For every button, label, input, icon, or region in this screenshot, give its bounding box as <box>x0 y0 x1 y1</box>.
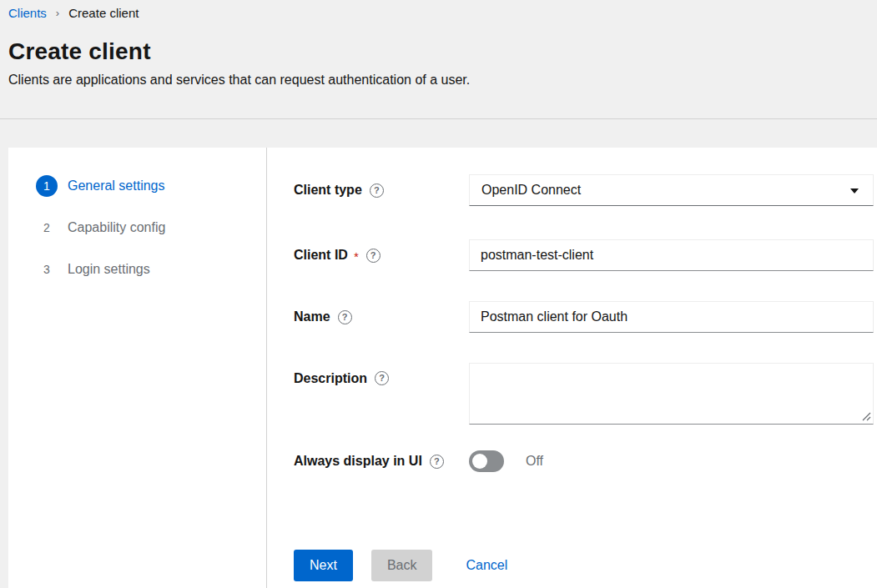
client-type-select[interactable]: OpenID Connect <box>469 174 874 206</box>
form-row-client-id: Client ID * ? <box>294 239 874 271</box>
wizard-step-general-settings[interactable]: 1 General settings <box>36 175 266 197</box>
always-display-control: Off <box>469 450 874 472</box>
always-display-label: Always display in UI <box>294 454 422 469</box>
step-number-badge: 1 <box>36 175 58 197</box>
next-button[interactable]: Next <box>294 550 353 581</box>
client-type-selected-value: OpenID Connect <box>481 183 581 198</box>
description-help-icon[interactable]: ? <box>375 371 389 385</box>
always-display-label-group: Always display in UI ? <box>294 450 469 472</box>
wizard-nav: 1 General settings 2 Capability config 3… <box>8 148 267 588</box>
client-type-label-group: Client type ? <box>294 174 469 206</box>
client-type-label: Client type <box>294 183 362 198</box>
form-row-client-type: Client type ? OpenID Connect <box>294 174 874 206</box>
name-input[interactable] <box>469 301 874 333</box>
required-asterisk: * <box>354 249 359 264</box>
create-client-wizard: 1 General settings 2 Capability config 3… <box>8 148 877 588</box>
client-type-control: OpenID Connect <box>469 174 874 206</box>
description-control <box>469 363 874 425</box>
always-display-help-icon[interactable]: ? <box>430 455 444 469</box>
description-textarea-wrap <box>469 363 874 425</box>
page-title: Create client <box>8 38 869 65</box>
client-id-label: Client ID <box>294 248 348 263</box>
name-label: Name <box>294 309 330 324</box>
name-control <box>469 301 874 333</box>
name-help-icon[interactable]: ? <box>338 310 352 324</box>
client-id-label-group: Client ID * ? <box>294 239 469 271</box>
form-row-description: Description ? <box>294 363 874 425</box>
page-header: Clients › Create client Create client Cl… <box>0 0 877 119</box>
caret-down-icon <box>850 188 859 193</box>
toggle-state-label: Off <box>526 454 543 469</box>
breadcrumb-current: Create client <box>68 6 139 20</box>
breadcrumb-separator-icon: › <box>56 8 59 18</box>
wizard-footer: Next Back Cancel <box>294 550 874 581</box>
form-row-name: Name ? <box>294 301 874 333</box>
description-textarea[interactable] <box>469 363 874 425</box>
description-label: Description <box>294 371 367 386</box>
step-label: Capability config <box>68 220 165 235</box>
client-type-help-icon[interactable]: ? <box>370 183 384 198</box>
general-settings-form: Client type ? OpenID Connect Client ID *… <box>267 148 877 588</box>
back-button[interactable]: Back <box>371 550 433 581</box>
resize-handle-icon[interactable] <box>862 412 871 421</box>
client-id-control <box>469 239 874 271</box>
name-label-group: Name ? <box>294 301 469 333</box>
step-number: 3 <box>36 259 58 280</box>
client-id-help-icon[interactable]: ? <box>366 249 381 263</box>
description-label-group: Description ? <box>294 363 469 425</box>
breadcrumb-link-clients[interactable]: Clients <box>8 6 47 20</box>
wizard-step-login-settings[interactable]: 3 Login settings <box>36 259 266 280</box>
cancel-button[interactable]: Cancel <box>466 550 507 581</box>
toggle-knob <box>472 454 487 469</box>
step-label: General settings <box>68 178 165 193</box>
step-label: Login settings <box>68 262 150 277</box>
always-display-toggle[interactable] <box>469 450 504 472</box>
wizard-step-capability-config[interactable]: 2 Capability config <box>36 217 266 239</box>
step-number: 2 <box>36 217 58 239</box>
breadcrumb: Clients › Create client <box>8 6 869 20</box>
client-id-input[interactable] <box>469 239 874 271</box>
page-subtitle: Clients are applications and services th… <box>8 73 869 88</box>
form-row-always-display: Always display in UI ? Off <box>294 450 874 472</box>
